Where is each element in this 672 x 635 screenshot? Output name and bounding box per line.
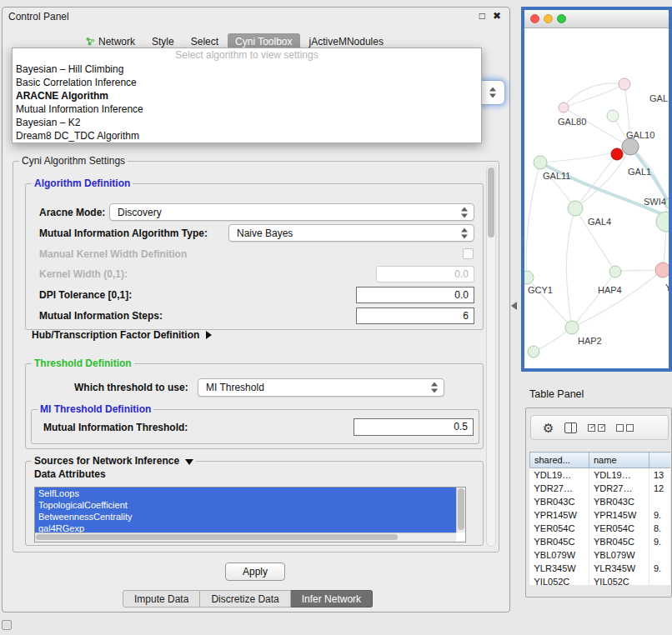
mi-algorithm-type-combo[interactable]: Naive Bayes [228,224,474,242]
combo-stepper-icon [461,228,469,238]
float-window-icon[interactable]: □ [479,10,485,22]
algorithm-option-dream8-dc-tdc-algorithm[interactable]: Dream8 DC_TDC Algorithm [13,129,481,142]
table-row[interactable]: YBL079WYBL079W [530,548,671,562]
list-vertical-thumb[interactable] [458,488,464,530]
table-row[interactable]: YDR27…YDR27…12 [530,482,671,495]
select-all-icon[interactable] [588,424,605,432]
list-horizontal-thumb[interactable] [36,534,398,540]
table-cell[interactable]: YLR345W [530,562,589,575]
attribute-item-betweennesscentrality[interactable]: BetweennessCentrality [35,511,456,522]
kernel-width-field[interactable]: 0.0 [376,266,474,282]
network-node[interactable] [565,321,579,334]
table-row[interactable]: YLR345WYLR345W9. [530,562,671,575]
network-node[interactable] [568,201,583,216]
table-cell[interactable]: YDL19… [589,468,649,482]
network-canvas[interactable]: GAL80GALGAL10GAL11GAL1SWI4GAL4GCY1HAP4YH… [524,28,669,368]
table-row[interactable]: YBR043CYBR043C [530,495,671,508]
network-node[interactable] [619,78,630,90]
bottom-tab-discretize-data[interactable]: Discretize Data [200,590,290,608]
deselect-all-icon[interactable] [616,424,634,432]
table-cell[interactable]: 9. [649,562,671,575]
table-row[interactable]: YDL19…YDL19…13 [530,468,671,482]
network-node[interactable] [528,346,539,358]
column-header-shared-name[interactable]: shared... [530,452,589,468]
list-vertical-scrollbar[interactable] [456,488,465,532]
table-row[interactable]: YER054CYER054C8. [530,522,671,535]
algorithm-option-aracne-algorithm[interactable]: ARACNE Algorithm [13,89,481,102]
close-window-icon[interactable]: ✖ [493,10,501,22]
columns-icon[interactable] [564,422,577,433]
dpi-tolerance-field[interactable]: 0.0 [356,287,474,303]
table-cell[interactable]: YER054C [530,522,589,535]
network-node[interactable] [656,212,669,232]
table-cell[interactable] [649,495,671,508]
manual-kernel-width-checkbox[interactable] [463,248,474,259]
table-row[interactable]: YIL052CYIL052C [530,575,671,585]
network-node[interactable] [609,266,621,278]
mi-steps-field[interactable]: 6 [356,308,474,324]
table-cell[interactable]: YBL079W [530,548,589,562]
table-cell[interactable]: YDR27… [530,482,589,495]
network-node[interactable] [524,271,534,284]
sources-toggle[interactable]: Sources for Network Inference [32,455,196,467]
table-cell[interactable]: YIL052C [589,575,649,585]
table-row[interactable]: YPR145WYPR145W9. [530,508,671,522]
apply-button[interactable]: Apply [225,562,285,581]
table-cell[interactable]: 13 [649,468,671,482]
table-cell[interactable]: YBR043C [530,495,589,508]
network-node[interactable] [559,102,569,112]
network-node[interactable] [655,262,669,278]
attribute-item-selfloops[interactable]: SelfLoops [35,488,456,499]
aracne-mode-combo[interactable]: Discovery [109,203,474,221]
gear-icon[interactable]: ⚙ [543,422,554,434]
table-cell[interactable]: YPR145W [589,508,649,522]
mi-threshold-group: MI Threshold Definition Mutual Informati… [31,409,479,444]
attribute-item-gal4rgexp[interactable]: gal4RGexp [35,522,456,532]
table-cell[interactable] [649,575,671,585]
table-cell[interactable]: YDR27… [589,482,649,495]
settings-scrollbar[interactable] [486,165,496,547]
network-node[interactable] [607,110,619,122]
algorithm-option-basic-correlation-inference[interactable]: Basic Correlation Inference [13,76,481,89]
minimize-traffic-light[interactable] [544,14,553,23]
network-window-titlebar[interactable] [524,10,669,28]
network-node[interactable] [534,156,547,169]
close-traffic-light[interactable] [530,14,539,23]
attribute-item-topologicalcoefficient[interactable]: TopologicalCoefficient [35,499,456,511]
table-cell[interactable]: 12 [649,482,671,495]
algorithm-definition-title: Algorithm Definition [32,178,133,189]
table-cell[interactable]: YDL19… [530,468,589,482]
network-node[interactable] [622,138,639,155]
table-cell[interactable]: YBL079W [589,548,649,562]
table-cell[interactable]: YLR345W [589,562,649,575]
threshold-type-combo[interactable]: MI Threshold [198,378,444,397]
table-cell[interactable]: YIL052C [530,575,589,585]
table-cell[interactable]: YBR043C [589,495,649,508]
table-cell[interactable]: YER054C [589,522,649,535]
table-cell[interactable]: 8. [649,522,671,535]
table-cell[interactable]: YBR045C [530,535,589,548]
network-node[interactable] [611,148,623,160]
list-horizontal-scrollbar[interactable] [35,532,456,542]
table-cell[interactable]: YPR145W [530,508,589,522]
mi-threshold-field[interactable]: 0.5 [354,418,474,436]
table-cell[interactable]: YBR045C [589,535,649,548]
splitter-collapse-arrow[interactable] [511,302,517,310]
table-cell[interactable]: 9. [649,535,671,548]
algorithm-option-bayesian-k2[interactable]: Bayesian – K2 [13,116,481,129]
bottom-tab-impute-data[interactable]: Impute Data [123,590,200,608]
algorithm-option-bayesian-hill-climbing[interactable]: Bayesian – Hill Climbing [13,62,481,76]
algorithm-option-mutual-information-inference[interactable]: Mutual Information Inference [13,102,481,116]
column-header-name[interactable]: name [589,452,649,468]
bottom-tab-infer-network[interactable]: Infer Network [291,590,373,608]
table-cell[interactable] [649,548,671,562]
data-attributes-list[interactable]: SelfLoopsTopologicalCoefficientBetweenne… [34,487,466,542]
zoom-traffic-light[interactable] [557,14,566,23]
settings-scrollbar-thumb[interactable] [488,168,494,238]
table-row[interactable]: YBR045CYBR045C9. [530,535,671,548]
corner-grip-icon[interactable] [2,620,12,630]
column-header-extra[interactable] [649,452,671,468]
table-cell[interactable]: 9. [649,508,671,522]
hub-definition-toggle[interactable]: Hub/Transcription Factor Definition [32,329,212,341]
network-icon [86,37,95,46]
